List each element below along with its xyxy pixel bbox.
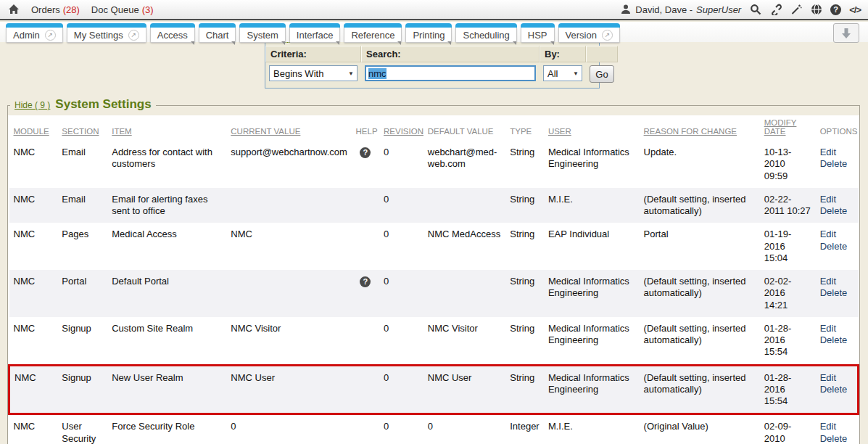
- column-header-date[interactable]: MODIFY DATE: [760, 115, 816, 141]
- cell-revision: 0: [379, 365, 423, 414]
- cell-help: [352, 188, 379, 223]
- edit-link[interactable]: Edit: [820, 276, 854, 287]
- column-label: OPTIONS: [820, 127, 858, 136]
- cell-options: EditDelete: [816, 223, 859, 270]
- wand-icon[interactable]: [790, 4, 802, 16]
- system-settings-section: Hide ( 9 ) System Settings MODULESECTION…: [7, 105, 860, 444]
- table-row: NMCEmailEmail for alerting faxes sent to…: [9, 188, 859, 223]
- tab-admin[interactable]: Admin↗: [6, 28, 63, 43]
- column-header-current_value[interactable]: CURRENT VALUE: [226, 115, 351, 141]
- cell-module: NMC: [9, 223, 58, 270]
- hide-link[interactable]: Hide ( 9 ): [15, 100, 50, 110]
- cell-type: Integer: [505, 414, 544, 444]
- help-icon[interactable]: ?: [830, 4, 841, 15]
- cell-item: Force Security Role: [107, 414, 226, 444]
- tab-label: Scheduling: [463, 30, 509, 41]
- delete-link[interactable]: Delete: [820, 384, 853, 395]
- cell-module: NMC: [9, 141, 58, 188]
- cell-reason: (Default setting, inserted automatically…: [640, 270, 760, 317]
- delete-link[interactable]: Delete: [820, 433, 854, 444]
- globe-icon[interactable]: [810, 4, 822, 16]
- column-header-item[interactable]: ITEM: [107, 115, 226, 141]
- cell-section: Portal: [57, 270, 107, 317]
- orders-label: Orders: [31, 4, 60, 15]
- table-row: NMCSignupCustom Site RealmNMC Visitor0NM…: [9, 317, 859, 365]
- column-label: REASON FOR CHANGE: [644, 127, 737, 136]
- table-row: NMCEmailAddress for contact with custome…: [9, 141, 859, 188]
- cell-item: Address for contact with customers: [107, 141, 226, 188]
- edit-link[interactable]: Edit: [820, 421, 854, 432]
- cell-date: 01-28-2016 15:54: [760, 317, 816, 365]
- cell-date: 02-22-2011 10:27: [760, 188, 816, 223]
- chevron-down-icon: ▼: [348, 70, 354, 77]
- tab-label: Printing: [413, 30, 445, 41]
- edit-link[interactable]: Edit: [820, 372, 853, 384]
- cell-date: 02-02-2016 14:21: [760, 270, 816, 317]
- column-header-user[interactable]: USER: [544, 115, 640, 141]
- table-body: NMCEmailAddress for contact with custome…: [9, 141, 859, 444]
- tab-hsp[interactable]: HSP: [521, 28, 555, 43]
- cell-current_value: 0: [226, 414, 351, 444]
- edit-link[interactable]: Edit: [820, 147, 854, 158]
- go-button[interactable]: Go: [590, 65, 614, 83]
- column-header-module[interactable]: MODULE: [9, 115, 58, 141]
- edit-link[interactable]: Edit: [820, 194, 854, 205]
- chevron-down-icon: ▼: [573, 70, 579, 77]
- cell-user: Medical Informatics Engineering: [544, 317, 640, 365]
- tab-my-settings[interactable]: My Settings↗: [67, 28, 146, 43]
- cell-options: EditDelete: [816, 365, 859, 414]
- tab-scheduling[interactable]: Scheduling: [455, 28, 516, 43]
- criteria-select[interactable]: Begins With ▼: [269, 65, 357, 81]
- cell-type: String: [505, 141, 544, 188]
- scroll-down-button[interactable]: [833, 23, 859, 43]
- search-icon[interactable]: [749, 4, 761, 16]
- orders-link[interactable]: Orders (28): [31, 4, 80, 15]
- cell-current_value: [226, 270, 351, 317]
- table-row: NMCPagesMedical AccessNMC0NMC MedAccessS…: [9, 223, 859, 270]
- column-header-reason[interactable]: REASON FOR CHANGE: [640, 115, 760, 141]
- cell-help: ?: [352, 141, 379, 188]
- cell-type: String: [505, 317, 544, 365]
- doc-queue-link[interactable]: Doc Queue (3): [91, 4, 154, 15]
- cell-revision: 0: [379, 188, 423, 223]
- delete-link[interactable]: Delete: [820, 241, 854, 252]
- delete-link[interactable]: Delete: [820, 205, 854, 217]
- cell-default_value: [423, 188, 505, 223]
- link-icon[interactable]: [769, 4, 782, 16]
- tab-chart[interactable]: Chart: [199, 28, 236, 43]
- tab-access[interactable]: Access: [150, 28, 195, 43]
- tab-system[interactable]: System: [239, 28, 285, 43]
- home-icon[interactable]: [7, 4, 20, 16]
- delete-link[interactable]: Delete: [820, 334, 854, 346]
- help-icon[interactable]: ?: [360, 276, 371, 287]
- criteria-label: Criteria:: [265, 46, 361, 62]
- help-icon[interactable]: ?: [360, 147, 371, 158]
- search-input[interactable]: nmc: [365, 65, 536, 81]
- cell-item: Custom Site Realm: [107, 317, 226, 365]
- tab-version[interactable]: Version↗: [558, 28, 620, 43]
- tab-printing[interactable]: Printing: [405, 28, 452, 43]
- cell-item: Medical Access: [107, 223, 226, 270]
- by-select[interactable]: All ▼: [543, 65, 582, 81]
- delete-link[interactable]: Delete: [820, 287, 854, 299]
- current-user[interactable]: David, Dave - SuperUser: [619, 4, 741, 16]
- column-header-revision[interactable]: REVISION: [379, 115, 423, 141]
- edit-link[interactable]: Edit: [820, 229, 854, 240]
- cell-reason: (Default setting, inserted automatically…: [640, 365, 760, 414]
- tab-interface[interactable]: Interface: [289, 28, 341, 43]
- delete-link[interactable]: Delete: [820, 158, 854, 170]
- cell-reason: (Default setting, inserted automatically…: [640, 188, 760, 223]
- column-header-section[interactable]: SECTION: [57, 115, 107, 141]
- column-header-default_value: DEFAULT VALUE: [423, 115, 505, 141]
- cell-revision: 0: [379, 141, 423, 188]
- cell-user: Medical Informatics Engineering: [544, 365, 640, 414]
- column-label: USER: [548, 127, 571, 136]
- cell-date: 01-19-2016 15:04: [760, 223, 816, 270]
- column-label: ITEM: [112, 127, 131, 136]
- cell-item: Default Portal: [107, 270, 226, 317]
- cell-section: Email: [57, 141, 107, 188]
- cell-help: ?: [352, 270, 379, 317]
- edit-link[interactable]: Edit: [820, 323, 854, 334]
- code-icon[interactable]: </>: [849, 4, 861, 15]
- tab-reference[interactable]: Reference: [344, 28, 402, 43]
